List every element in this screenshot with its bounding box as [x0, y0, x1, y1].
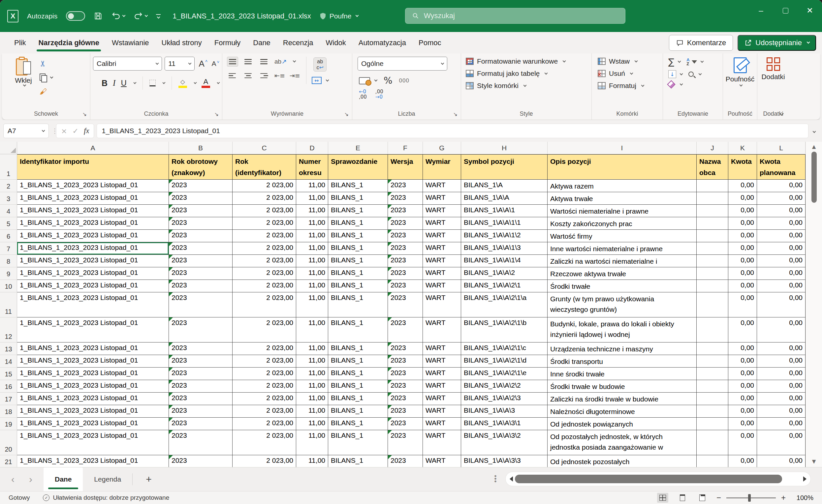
cell-b15[interactable]: 2023	[169, 368, 233, 380]
cell-h6[interactable]: BILANS_1\A\A\1\2	[461, 230, 547, 242]
autosum-button[interactable]: ∑	[668, 57, 681, 67]
cell-h21[interactable]: BILANS_1\A\A\3\3	[461, 455, 547, 467]
cell-j16[interactable]	[697, 380, 728, 393]
cell-j3[interactable]	[697, 192, 728, 205]
cell-l17[interactable]: 0,00	[757, 393, 806, 405]
cell-h9[interactable]: BILANS_1\A\A\2	[461, 267, 547, 280]
cell-h12[interactable]: BILANS_1\A\A\2\1\b	[461, 317, 547, 342]
cell-c2[interactable]: 2 023,00	[233, 180, 296, 192]
cell-a4[interactable]: 1_BILANS_1_2023_2023 Listopad_01	[17, 205, 169, 217]
row-header-13[interactable]: 13	[0, 342, 17, 355]
cell-g3[interactable]: WART	[423, 192, 461, 205]
quick-access-customize-icon[interactable]	[156, 14, 161, 18]
row-header-5[interactable]: 5	[0, 217, 17, 230]
fill-color-icon[interactable]: ◇	[178, 78, 187, 88]
align-right-icon[interactable]	[259, 71, 270, 80]
cell-i8[interactable]: Zaliczki na wartości niematerialne i	[547, 255, 697, 267]
header-cell-i[interactable]: Opis pozycji	[547, 154, 697, 180]
row-header-20[interactable]: 20	[0, 430, 17, 455]
cell-l21[interactable]: 0,00	[757, 455, 806, 467]
cell-b7[interactable]: 2023	[169, 242, 233, 255]
row-header-19[interactable]: 19	[0, 418, 17, 430]
cell-g18[interactable]: WART	[423, 405, 461, 418]
sheet-tab-legenda[interactable]: Legenda	[83, 467, 132, 491]
row-header-8[interactable]: 8	[0, 255, 17, 267]
copy-button[interactable]	[40, 73, 53, 82]
cell-e3[interactable]: BILANS_1	[328, 192, 388, 205]
name-box[interactable]: A7	[3, 124, 49, 138]
minimize-button[interactable]: –	[749, 0, 773, 21]
row-header-6[interactable]: 6	[0, 230, 17, 242]
cell-k10[interactable]: 0,00	[728, 280, 757, 292]
cell-g16[interactable]: WART	[423, 380, 461, 393]
cell-d13[interactable]: 11,00	[296, 342, 328, 355]
cell-g8[interactable]: WART	[423, 255, 461, 267]
cell-j17[interactable]	[697, 393, 728, 405]
cell-k7[interactable]: 0,00	[728, 242, 757, 255]
cell-a3[interactable]: 1_BILANS_1_2023_2023 Listopad_01	[17, 192, 169, 205]
cell-c16[interactable]: 2 023,00	[233, 380, 296, 393]
cell-j2[interactable]	[697, 180, 728, 192]
column-header-d[interactable]: D	[296, 142, 328, 154]
cell-e9[interactable]: BILANS_1	[328, 267, 388, 280]
cell-a17[interactable]: 1_BILANS_1_2023_2023 Listopad_01	[17, 393, 169, 405]
cell-b11[interactable]: 2023	[169, 292, 233, 317]
cell-e14[interactable]: BILANS_1	[328, 355, 388, 368]
cell-d10[interactable]: 11,00	[296, 280, 328, 292]
maximize-button[interactable]	[773, 0, 798, 21]
cell-i14[interactable]: Środki transportu	[547, 355, 697, 368]
page-break-view-button[interactable]	[697, 493, 708, 503]
horizontal-scrollbar[interactable]	[505, 472, 811, 486]
cell-c7[interactable]: 2 023,00	[233, 242, 296, 255]
cell-a19[interactable]: 1_BILANS_1_2023_2023 Listopad_01	[17, 418, 169, 430]
cell-d16[interactable]: 11,00	[296, 380, 328, 393]
header-cell-g[interactable]: Wymiar	[423, 154, 461, 180]
cell-i5[interactable]: Koszty zakończonych prac	[547, 217, 697, 230]
cell-e17[interactable]: BILANS_1	[328, 393, 388, 405]
autosave-toggle[interactable]	[66, 11, 85, 21]
zoom-slider-handle[interactable]	[748, 494, 751, 502]
align-left-icon[interactable]	[227, 71, 238, 80]
cell-b12[interactable]: 2023	[169, 317, 233, 342]
cell-h15[interactable]: BILANS_1\A\A\2\1\e	[461, 368, 547, 380]
cell-f14[interactable]: 2023	[388, 355, 423, 368]
row-header-14[interactable]: 14	[0, 355, 17, 368]
cell-l11[interactable]: 0,00	[757, 292, 806, 317]
cell-g2[interactable]: WART	[423, 180, 461, 192]
row-header-12[interactable]: 12	[0, 317, 17, 342]
percent-style-button[interactable]: %	[384, 75, 393, 86]
cell-c11[interactable]: 2 023,00	[233, 292, 296, 317]
cell-i13[interactable]: Urządzenia techniczne i maszyny	[547, 342, 697, 355]
cell-g9[interactable]: WART	[423, 267, 461, 280]
cell-i17[interactable]: Zaliczki na środki trwałe w budowie	[547, 393, 697, 405]
cell-e7[interactable]: BILANS_1	[328, 242, 388, 255]
row-header-1[interactable]: 1	[0, 154, 17, 180]
cell-c13[interactable]: 2 023,00	[233, 342, 296, 355]
cell-j11[interactable]	[697, 292, 728, 317]
fill-button[interactable]: ↓	[668, 70, 683, 78]
cell-g19[interactable]: WART	[423, 418, 461, 430]
cell-d11[interactable]: 11,00	[296, 292, 328, 317]
cell-d5[interactable]: 11,00	[296, 217, 328, 230]
cell-f3[interactable]: 2023	[388, 192, 423, 205]
scroll-right-icon[interactable]	[803, 476, 807, 482]
cell-j15[interactable]	[697, 368, 728, 380]
cell-b4[interactable]: 2023	[169, 205, 233, 217]
cell-i15[interactable]: Inne środki trwałe	[547, 368, 697, 380]
cell-h3[interactable]: BILANS_1\A\A	[461, 192, 547, 205]
accounting-format-button[interactable]	[359, 77, 377, 84]
cell-j19[interactable]	[697, 418, 728, 430]
accept-entry-icon[interactable]: ✓	[72, 127, 78, 135]
cell-h14[interactable]: BILANS_1\A\A\2\1\d	[461, 355, 547, 368]
cell-b17[interactable]: 2023	[169, 393, 233, 405]
cell-e11[interactable]: BILANS_1	[328, 292, 388, 317]
cell-k9[interactable]: 0,00	[728, 267, 757, 280]
undo-button[interactable]	[111, 11, 125, 21]
cell-c14[interactable]: 2 023,00	[233, 355, 296, 368]
collapse-ribbon-icon[interactable]	[778, 110, 783, 116]
ribbon-tab-dane[interactable]: Dane	[247, 32, 277, 53]
cell-g20[interactable]: WART	[423, 430, 461, 455]
cell-d9[interactable]: 11,00	[296, 267, 328, 280]
cell-h2[interactable]: BILANS_1\A	[461, 180, 547, 192]
cell-c15[interactable]: 2 023,00	[233, 368, 296, 380]
